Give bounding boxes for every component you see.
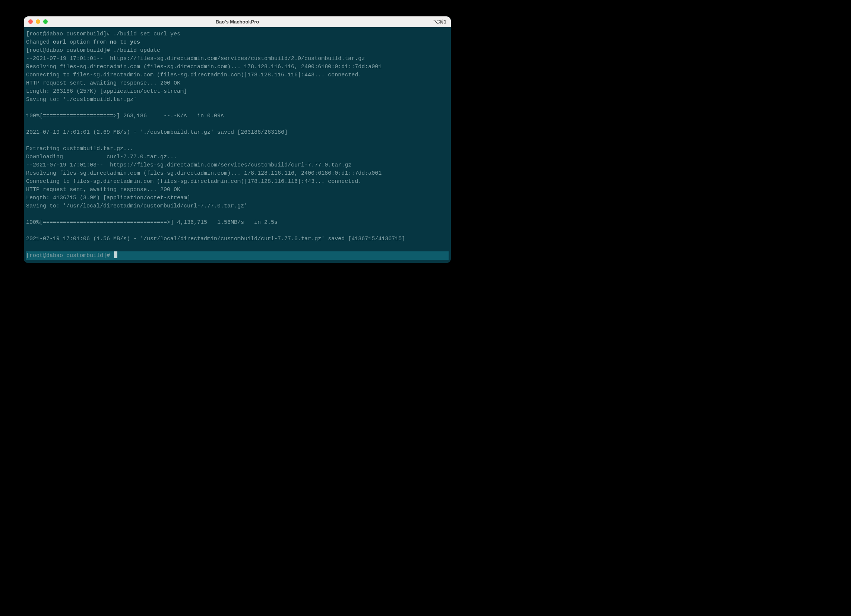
terminal-line: Downloading curl-7.77.0.tar.gz... — [26, 153, 449, 161]
titlebar: Bao's MacbookPro ⌥⌘1 — [24, 17, 451, 27]
terminal-line: Changed curl option from no to yes — [26, 38, 449, 47]
terminal-line: [root@dabao custombuild]# ./build set cu… — [26, 30, 449, 38]
terminal-window: Bao's MacbookPro ⌥⌘1 [root@dabao customb… — [24, 17, 451, 263]
terminal-line: Saving to: '/usr/local/directadmin/custo… — [26, 202, 449, 210]
window-shortcut: ⌥⌘1 — [433, 19, 447, 25]
terminal-line: [root@dabao custombuild]# ./build update — [26, 47, 449, 55]
terminal-line: HTTP request sent, awaiting response... … — [26, 186, 449, 194]
terminal-line — [26, 137, 449, 145]
terminal-line: Saving to: './custombuild.tar.gz' — [26, 96, 449, 104]
terminal-line: Length: 263186 (257K) [application/octet… — [26, 87, 449, 96]
terminal-line: --2021-07-19 17:01:03-- https://files-sg… — [26, 161, 449, 170]
terminal-line: 2021-07-19 17:01:01 (2.69 MB/s) - './cus… — [26, 128, 449, 137]
minimize-icon[interactable] — [36, 20, 40, 24]
window-title: Bao's MacbookPro — [24, 19, 451, 25]
terminal-line: Resolving files-sg.directadmin.com (file… — [26, 63, 449, 71]
terminal-line: Length: 4136715 (3.9M) [application/octe… — [26, 194, 449, 202]
zoom-icon[interactable] — [43, 20, 48, 24]
terminal-line: Extracting custombuild.tar.gz... — [26, 145, 449, 153]
terminal-line: --2021-07-19 17:01:01-- https://files-sg… — [26, 55, 449, 63]
terminal-prompt[interactable]: [root@dabao custombuild]# — [26, 251, 449, 260]
terminal-line: 100%[===================================… — [26, 219, 449, 227]
terminal-line: 100%[=====================>] 263,186 --.… — [26, 112, 449, 120]
terminal-line: Resolving files-sg.directadmin.com (file… — [26, 170, 449, 178]
terminal-line — [26, 104, 449, 112]
window-controls — [24, 20, 48, 24]
terminal-line: Connecting to files-sg.directadmin.com (… — [26, 178, 449, 186]
terminal-line — [26, 120, 449, 128]
close-icon[interactable] — [28, 20, 33, 24]
terminal-line: HTTP request sent, awaiting response... … — [26, 79, 449, 87]
terminal-line — [26, 243, 449, 251]
cursor-icon — [114, 251, 117, 258]
terminal-line: Connecting to files-sg.directadmin.com (… — [26, 71, 449, 79]
terminal-line: 2021-07-19 17:01:06 (1.56 MB/s) - '/usr/… — [26, 235, 449, 243]
terminal-line — [26, 227, 449, 235]
terminal-body[interactable]: [root@dabao custombuild]# ./build set cu… — [24, 27, 451, 263]
terminal-line — [26, 210, 449, 219]
